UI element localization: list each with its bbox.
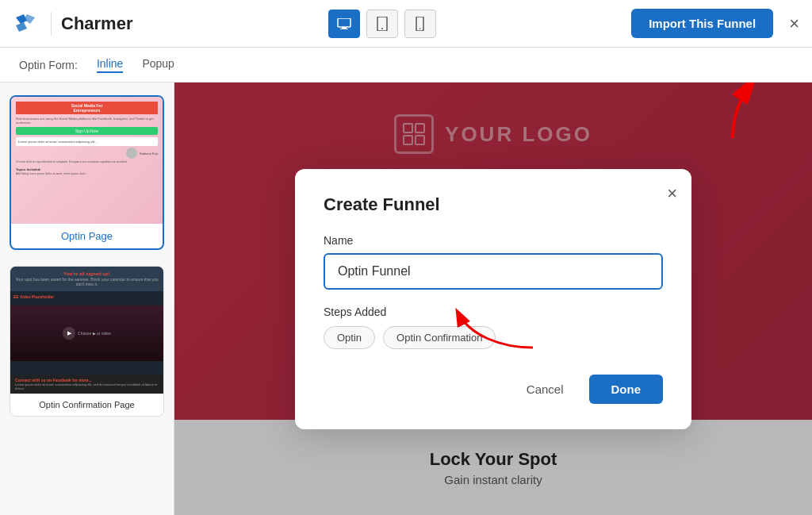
main-area: Social Media For Entrepreneurs Now busin… [0,83,812,515]
modal-close-button[interactable]: × [667,183,677,204]
modal-overlay: Create Funnel × Name Steps Added Optin O… [174,83,812,515]
header-close-button[interactable]: × [789,13,799,34]
tab-popup[interactable]: Popup [142,57,174,73]
cancel-button[interactable]: Cancel [511,375,580,404]
sidebar: Social Media For Entrepreneurs Now busin… [0,83,174,515]
import-funnel-button[interactable]: Import This Funnel [631,9,773,38]
optin-form-label: Optin Form: [19,59,78,71]
tablet-btn[interactable] [366,10,398,38]
logo-divider [51,12,52,36]
optin-confirmation-card[interactable]: You're all signed up! Your spot has been… [10,266,164,417]
name-label: Name [324,234,663,247]
svg-rect-2 [340,29,348,29]
desktop-btn[interactable] [328,10,360,38]
create-funnel-modal: Create Funnel × Name Steps Added Optin O… [295,169,691,429]
steps-label: Steps Added [324,306,663,318]
tab-inline[interactable]: Inline [97,57,123,73]
step-confirmation: Optin Confirmation [383,326,496,349]
header: Charmer Import This Funnel × [0,0,812,48]
mobile-btn[interactable] [404,10,436,38]
svg-rect-1 [342,27,347,29]
optin-page-label: Optin Page [11,224,163,248]
logo-icon [13,10,41,38]
header-left: Charmer [13,10,132,38]
confirmation-page-label: Optin Confirmation Page [10,394,163,416]
modal-actions: Cancel Done [324,375,663,404]
step-optin: Optin [324,326,375,349]
subheader: Optin Form: Inline Popup [0,48,812,83]
svg-rect-0 [338,18,350,27]
app-title: Charmer [61,13,132,34]
optin-page-card[interactable]: Social Media For Entrepreneurs Now busin… [10,95,164,250]
svg-point-6 [419,28,421,29]
preview-area: YOUR LOGO FREE ONLINE SEMINAR neurs Face… [174,83,812,515]
device-switcher [328,10,436,38]
steps-container: Optin Optin Confirmation [324,326,663,349]
funnel-name-input[interactable] [324,253,663,290]
done-button[interactable]: Done [589,375,664,404]
modal-title: Create Funnel [324,194,663,215]
svg-point-4 [381,28,383,29]
